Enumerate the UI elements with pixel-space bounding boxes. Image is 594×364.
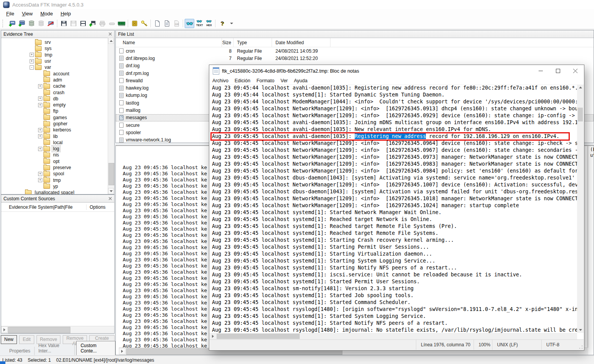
- column-size[interactable]: Size: [222, 38, 234, 47]
- notepad-hscrollbar[interactable]: [210, 333, 577, 340]
- tree-item[interactable]: games: [1, 115, 108, 121]
- notepad-menu-item[interactable]: Ver: [277, 77, 291, 84]
- add-all-attached-devices-icon[interactable]: [17, 19, 27, 28]
- tree-item[interactable]: crash: [1, 89, 108, 95]
- tree-item[interactable]: yp: [1, 183, 108, 189]
- tree-item[interactable]: + kerberos: [1, 127, 108, 133]
- unmount-image-icon[interactable]: [36, 19, 46, 28]
- expand-toggle-icon[interactable]: +: [30, 59, 34, 63]
- notepad-menu-item[interactable]: Archivo: [209, 77, 232, 84]
- evidence-tree-scrollbar[interactable]: [108, 38, 114, 194]
- tree-item[interactable]: ftp: [1, 108, 108, 114]
- obtain-protected-files-icon[interactable]: [130, 19, 139, 28]
- notepad-titlebar[interactable]: ftk_c415880c-3206-4c8d-8f0b-6b6299c2f7a2…: [209, 65, 584, 77]
- expand-toggle-icon[interactable]: +: [38, 96, 42, 101]
- tree-item[interactable]: + db: [1, 96, 108, 102]
- scrollbar-thumb[interactable]: [578, 108, 583, 121]
- tree-item[interactable]: + log: [1, 146, 108, 152]
- tree-item[interactable]: + tmp: [1, 52, 108, 58]
- export-disk-image-icon[interactable]: [68, 19, 78, 28]
- column-date-modified[interactable]: Date Modified: [272, 38, 330, 47]
- ftk-menu-item[interactable]: Mode: [37, 10, 57, 17]
- close-pane-icon[interactable]: [108, 32, 112, 36]
- tree-item[interactable]: account: [1, 70, 108, 76]
- text-view-icon[interactable]: TEXT: [194, 19, 204, 28]
- tree-item[interactable]: opt: [1, 158, 108, 165]
- column-name[interactable]: Name: [116, 38, 222, 47]
- document-list-icon[interactable]: [162, 19, 172, 28]
- tree-item[interactable]: nis: [1, 152, 108, 158]
- column-options[interactable]: Options: [86, 204, 114, 210]
- export-files-icon[interactable]: [88, 19, 97, 28]
- scroll-right-icon[interactable]: [1, 326, 8, 333]
- custom-content-image-icon[interactable]: [78, 19, 88, 28]
- expand-toggle-icon[interactable]: +: [38, 178, 42, 182]
- minimize-button[interactable]: [532, 65, 549, 77]
- directory-listing-icon[interactable]: DIR: [172, 19, 181, 28]
- notepad-menu-item[interactable]: Ayuda: [291, 77, 310, 84]
- tree-item[interactable]: + spool: [1, 171, 108, 177]
- hex-view-icon[interactable]: HEX: [204, 19, 214, 28]
- tree-item[interactable]: + lib: [1, 133, 108, 139]
- custom-content-button[interactable]: New: [1, 335, 17, 344]
- tree-item[interactable]: gopher: [1, 121, 108, 127]
- ftk-menu-item[interactable]: View: [18, 10, 37, 17]
- tree-item[interactable]: adm: [1, 77, 108, 83]
- ftk-menu-item[interactable]: File: [2, 10, 18, 17]
- toolbar-overflow-icon[interactable]: [227, 19, 236, 28]
- tree-item[interactable]: preserve: [1, 165, 108, 171]
- scroll-down-icon[interactable]: [577, 327, 584, 333]
- custom-content-button[interactable]: Edit: [19, 335, 34, 344]
- expand-toggle-icon[interactable]: +: [38, 147, 42, 151]
- file-list-row[interactable]: cron 8 Regular File 24/08/2021 14:05:39: [116, 47, 594, 55]
- remove-evidence-item-icon[interactable]: [46, 19, 55, 28]
- expand-toggle-icon[interactable]: -: [30, 65, 34, 70]
- scroll-right-icon[interactable]: [119, 348, 125, 354]
- notepad-menu-item[interactable]: Edición: [232, 77, 254, 84]
- tree-item[interactable]: local: [1, 140, 108, 146]
- resize-grip[interactable]: [579, 345, 583, 349]
- tree-item[interactable]: + usr: [1, 58, 108, 64]
- tree-item[interactable]: + empty: [1, 102, 108, 108]
- bottom-tab[interactable]: Custom Conte...: [76, 341, 115, 355]
- expand-toggle-icon[interactable]: +: [38, 84, 42, 88]
- scroll-up-icon[interactable]: [108, 38, 114, 44]
- new-document-icon[interactable]: [152, 19, 162, 28]
- expand-toggle-icon[interactable]: +: [38, 172, 42, 176]
- auto-fit-icon[interactable]: [185, 19, 194, 28]
- scroll-down-icon[interactable]: [108, 188, 114, 194]
- close-pane-icon[interactable]: [108, 197, 112, 200]
- notepad-vscrollbar[interactable]: [577, 85, 584, 333]
- ftk-menu-item[interactable]: Help: [57, 10, 75, 17]
- create-disk-image-icon[interactable]: [59, 19, 68, 28]
- scrollbar-thumb[interactable]: [8, 327, 70, 333]
- expand-toggle-icon[interactable]: +: [38, 128, 42, 132]
- tree-item[interactable]: srv: [1, 39, 108, 45]
- print-icon[interactable]: [97, 19, 107, 28]
- tree-item[interactable]: + tmp: [1, 177, 108, 183]
- close-button[interactable]: [567, 65, 584, 77]
- detect-efs-encryption-icon[interactable]: [139, 19, 149, 28]
- add-evidence-item-icon[interactable]: [7, 19, 17, 28]
- tree-item[interactable]: [unallocated space]: [1, 189, 108, 194]
- image-mounting-icon[interactable]: [27, 19, 36, 28]
- scroll-right-icon[interactable]: [210, 333, 216, 340]
- notepad-menu-item[interactable]: Formato: [254, 77, 278, 84]
- scroll-up-icon[interactable]: [577, 85, 584, 90]
- maximize-button[interactable]: [549, 65, 567, 77]
- bottom-tab[interactable]: Hex Value Inter...: [35, 341, 75, 355]
- eject-icon[interactable]: [107, 19, 117, 28]
- tree-item[interactable]: sys: [1, 45, 108, 52]
- column-evidence[interactable]: Evidence:File System|Path|File: [1, 204, 86, 210]
- file-list-row[interactable]: dnf.librepo.log 7 Regular File 24/08/202…: [116, 55, 594, 62]
- notepad-text-area[interactable]: Aug 23 09:45:44 localhost avahi-daemon[1…: [210, 85, 584, 334]
- expand-toggle-icon[interactable]: +: [38, 103, 42, 107]
- scrollbar-thumb[interactable]: [217, 334, 300, 339]
- tree-item[interactable]: + cache: [1, 83, 108, 89]
- tree-item[interactable]: - var: [1, 64, 108, 70]
- bottom-tab[interactable]: Properties: [5, 347, 35, 355]
- capture-memory-icon[interactable]: [117, 19, 126, 28]
- help-icon[interactable]: ??: [217, 19, 227, 28]
- expand-toggle-icon[interactable]: +: [38, 134, 42, 138]
- custom-content-hscrollbar[interactable]: [1, 326, 114, 333]
